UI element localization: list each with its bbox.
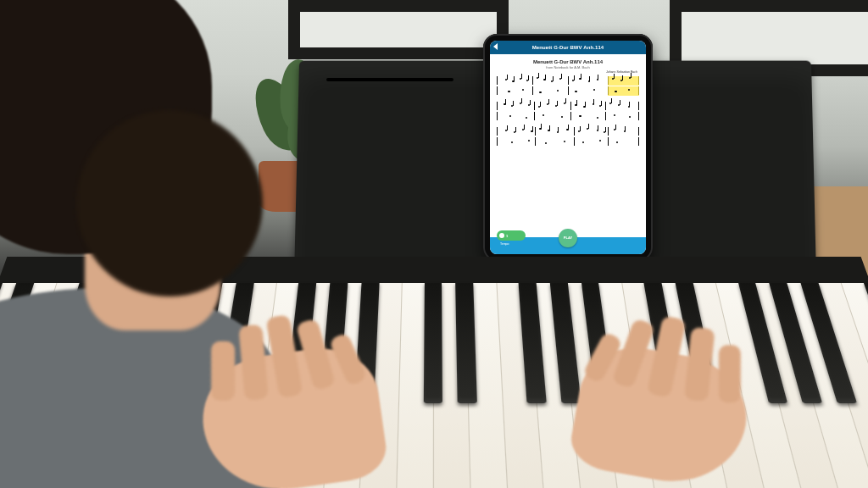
tablet-screen: Menuett G-Dur BWV Anh.114 Menuett G-Dur … (490, 41, 646, 254)
white-key (397, 283, 434, 488)
sheet-music-area[interactable]: Menuett G-Dur BWV Anh.114 from Notebook … (490, 54, 646, 237)
staff-system (497, 102, 639, 122)
treble-staff (497, 127, 639, 136)
app-header: Menuett G-Dur BWV Anh.114 (490, 41, 646, 54)
left-hand (195, 341, 390, 488)
black-key (423, 283, 442, 403)
treble-staff (497, 76, 639, 85)
tempo-pill-caption: Tempo (500, 242, 509, 246)
play-button-label: PLAY (564, 236, 572, 240)
back-icon[interactable] (493, 43, 498, 50)
tablet-device: Menuett G-Dur BWV Anh.114 Menuett G-Dur … (483, 34, 653, 261)
header-title: Menuett G-Dur BWV Anh.114 (532, 45, 604, 50)
photo-scene: Menuett G-Dur BWV Anh.114 Menuett G-Dur … (0, 0, 868, 488)
bass-staff (497, 137, 639, 146)
composer-name: Johann Sebastian Bach (606, 70, 637, 74)
music-stand-slot (326, 78, 453, 81)
tempo-pill[interactable]: 1 (497, 230, 526, 241)
app-footer: 1 Tempo PLAY (490, 237, 646, 254)
piano-control-panel (0, 257, 868, 283)
staff-system (497, 76, 639, 97)
treble-staff (497, 102, 639, 110)
tempo-pill-dot-icon (499, 233, 504, 238)
piece-title: Menuett G-Dur BWV Anh.114 (533, 59, 603, 64)
piece-subtitle: from Notebook for A.M. Bach (546, 65, 589, 69)
tempo-pill-value: 1 (506, 234, 508, 238)
staff-system (497, 127, 639, 147)
play-button[interactable]: PLAY (559, 229, 577, 247)
bass-staff (497, 86, 639, 95)
bass-staff (497, 112, 639, 120)
